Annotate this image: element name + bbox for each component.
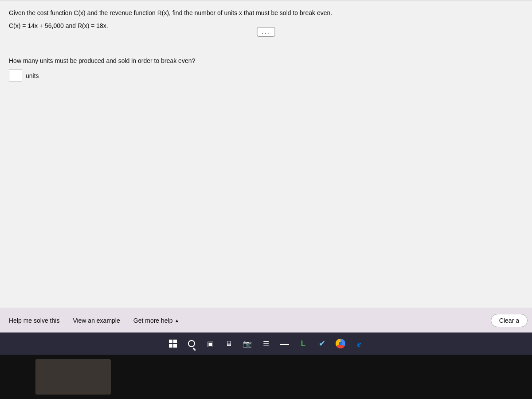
taskbar-start-button[interactable]	[165, 336, 181, 352]
chrome-icon	[336, 339, 345, 348]
question-panel: Given the cost function C(x) and the rev…	[0, 0, 532, 308]
notebook-device	[35, 359, 111, 395]
answer-input[interactable]	[9, 70, 22, 82]
sub-question-text: How many units must be produced and sold…	[9, 57, 523, 64]
screen: Given the cost function C(x) and the rev…	[0, 0, 532, 399]
windows-logo-icon	[169, 340, 177, 348]
question-intro-text: Given the cost function C(x) and the rev…	[9, 8, 523, 18]
get-more-help-label: Get more help	[133, 317, 173, 324]
clear-button[interactable]: Clear a	[491, 314, 528, 327]
camera-icon: 📷	[243, 340, 252, 348]
taskbar-l-button[interactable]: L	[295, 336, 311, 352]
notes-icon: ☰	[263, 340, 269, 348]
taskbar-search-button[interactable]	[184, 336, 200, 352]
toolbar-buttons: Help me solve this View an example Get m…	[9, 317, 179, 324]
bottom-toolbar: Help me solve this View an example Get m…	[0, 308, 532, 332]
taskbar-camera-button[interactable]: 📷	[239, 336, 255, 352]
get-more-help-button[interactable]: Get more help ▲	[133, 317, 180, 324]
more-help-arrow-icon: ▲	[174, 318, 179, 323]
taskbar-action-button[interactable]: ✔	[314, 336, 330, 352]
taskview-icon: ▣	[207, 340, 214, 348]
monitor-icon: 🖥	[225, 340, 232, 348]
taskbar-chrome-button[interactable]	[332, 336, 348, 352]
l-icon: L	[301, 339, 306, 348]
view-example-link[interactable]: View an example	[73, 317, 120, 324]
taskbar-edge-button[interactable]: 𝒆	[351, 336, 367, 352]
units-label: units	[26, 72, 39, 79]
edge-icon: 𝒆	[357, 339, 361, 349]
taskbar-taskview-button[interactable]: ▣	[202, 336, 218, 352]
content-area: Given the cost function C(x) and the rev…	[0, 0, 532, 308]
more-options-button[interactable]: ...	[257, 27, 275, 37]
taskbar-monitor-button[interactable]: 🖥	[221, 336, 237, 352]
answer-row: units	[9, 70, 523, 82]
taskbar: ▣ 🖥 📷 ☰ — L ✔ 𝒆	[0, 332, 532, 355]
taskbar-minimize-button[interactable]: —	[277, 336, 293, 352]
help-solve-link[interactable]: Help me solve this	[9, 317, 59, 324]
minimize-icon: —	[280, 339, 289, 349]
bottom-bezel	[0, 355, 532, 399]
action-icon: ✔	[319, 339, 325, 348]
search-icon	[188, 340, 195, 347]
taskbar-notes-button[interactable]: ☰	[258, 336, 274, 352]
